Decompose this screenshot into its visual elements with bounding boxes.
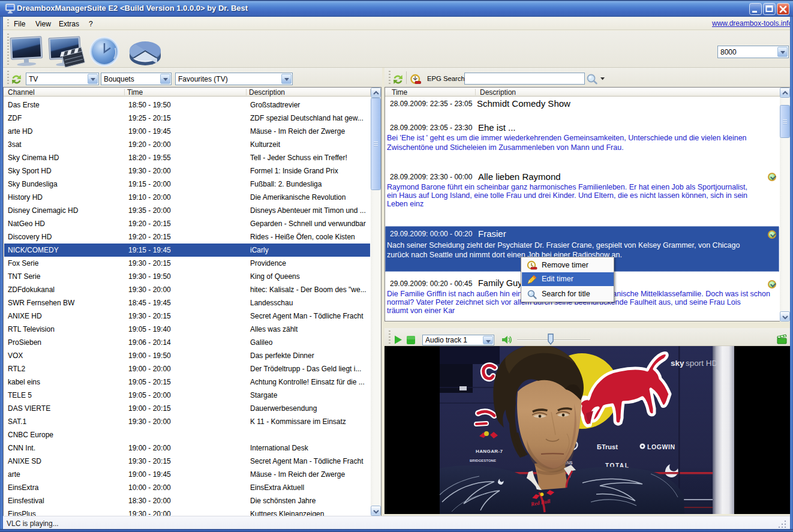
svg-text:LOGWIN: LOGWIN <box>647 443 675 450</box>
svg-text:HANGAR-7: HANGAR-7 <box>476 449 503 454</box>
svg-text:БTrust: БTrust <box>597 443 618 450</box>
svg-text:sport HD: sport HD <box>686 359 718 368</box>
svg-text:sky: sky <box>671 359 684 368</box>
svg-text:BRIDGESTONE: BRIDGESTONE <box>470 459 496 462</box>
